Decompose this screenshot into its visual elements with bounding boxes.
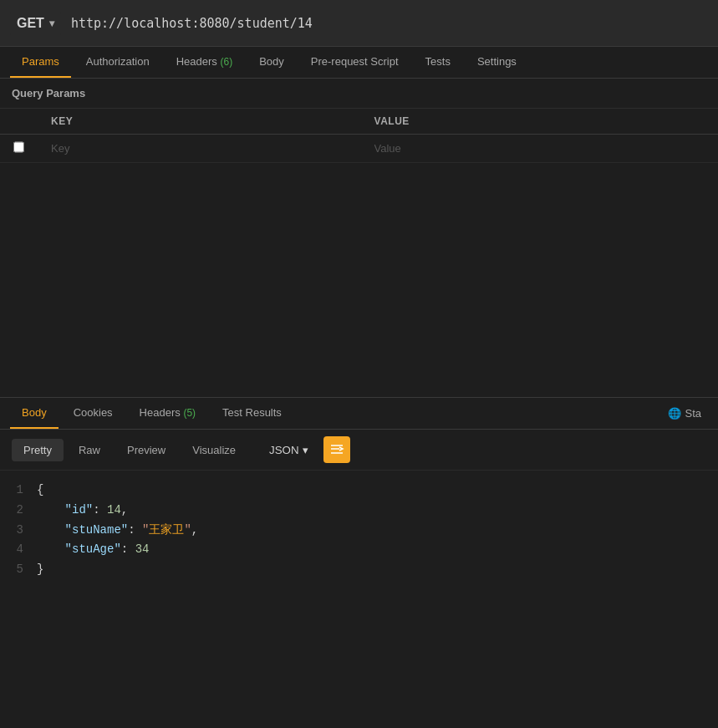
format-tabs: Pretty Raw Preview Visualize JSON ▾ (0, 430, 718, 471)
json-selector-label: JSON (269, 444, 299, 456)
key-input[interactable] (51, 142, 348, 155)
col-value-header: VALUE (361, 109, 718, 135)
code-line-4: 4 "stuAge": 34 (0, 540, 718, 560)
format-tab-raw[interactable]: Raw (67, 439, 112, 461)
tab-settings[interactable]: Settings (466, 47, 528, 78)
value-input[interactable] (374, 142, 705, 155)
line-content: "stuName": "王家卫", (37, 521, 718, 541)
table-row (0, 135, 718, 163)
globe-button[interactable]: 🌐 Sta (661, 404, 708, 423)
response-tab-headers[interactable]: Headers (5) (128, 398, 207, 429)
chevron-down-icon: ▾ (49, 18, 54, 29)
line-content: "stuAge": 34 (37, 540, 718, 560)
tab-authorization[interactable]: Authorization (74, 47, 161, 78)
request-tabs: Params Authorization Headers (6) Body Pr… (0, 47, 718, 79)
json-format-selector[interactable]: JSON ▾ (261, 439, 317, 461)
code-line-3: 3 "stuName": "王家卫", (0, 521, 718, 541)
query-params-section-label: Query Params (0, 79, 718, 109)
response-tab-body[interactable]: Body (10, 398, 59, 429)
headers-badge: (6) (220, 56, 232, 68)
tab-body[interactable]: Body (247, 47, 296, 78)
code-line-2: 2 "id": 14, (0, 501, 718, 521)
url-bar: GET ▾ (0, 0, 718, 47)
chevron-down-icon: ▾ (303, 444, 308, 456)
response-tab-test-results[interactable]: Test Results (211, 398, 293, 429)
response-headers-badge: (5) (183, 407, 196, 419)
code-line-1: 1 { (0, 481, 718, 501)
line-number: 3 (0, 521, 37, 541)
response-code-panel: 1 { 2 "id": 14, 3 "stuName": "王家卫", 4 "s… (0, 471, 718, 590)
line-number: 5 (0, 560, 37, 580)
format-tab-visualize[interactable]: Visualize (181, 439, 247, 461)
tab-tests[interactable]: Tests (414, 47, 462, 78)
line-number: 2 (0, 501, 37, 521)
wrap-icon (329, 442, 344, 457)
code-line-5: 5 } (0, 560, 718, 580)
line-number: 4 (0, 540, 37, 560)
query-params-table: KEY VALUE (0, 109, 718, 163)
method-label: GET (17, 16, 44, 31)
tab-pre-request-script[interactable]: Pre-request Script (299, 47, 410, 78)
row-checkbox[interactable] (13, 141, 24, 153)
format-tab-pretty[interactable]: Pretty (12, 439, 64, 461)
line-content: { (37, 481, 718, 501)
wrap-button[interactable] (323, 436, 350, 463)
line-content: } (37, 560, 718, 580)
col-key-header: KEY (38, 109, 361, 135)
status-label: Sta (685, 407, 701, 420)
url-input[interactable] (61, 11, 708, 36)
tab-headers[interactable]: Headers (6) (165, 47, 244, 78)
method-selector[interactable]: GET ▾ (10, 11, 61, 36)
format-tab-preview[interactable]: Preview (115, 439, 177, 461)
col-checkbox-header (0, 109, 38, 135)
tab-params[interactable]: Params (10, 47, 71, 78)
upper-panel-empty (0, 163, 718, 397)
line-content: "id": 14, (37, 501, 718, 521)
line-number: 1 (0, 481, 37, 501)
response-tab-cookies[interactable]: Cookies (62, 398, 125, 429)
globe-icon: 🌐 (668, 407, 681, 420)
response-tabs: Body Cookies Headers (5) Test Results 🌐 … (0, 398, 718, 430)
